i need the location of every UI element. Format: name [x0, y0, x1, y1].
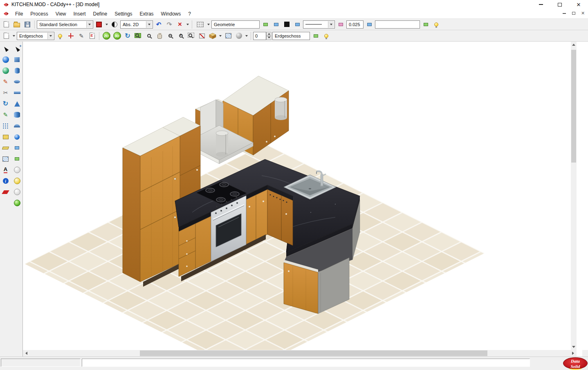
slab-primitive-tool[interactable] — [12, 87, 22, 98]
menu-windows[interactable]: Windows — [157, 9, 185, 18]
combo-arrow-icon[interactable] — [146, 21, 152, 28]
hatch-tool[interactable] — [0, 154, 11, 164]
delete-button[interactable]: ✕ — [175, 20, 185, 29]
horizontal-scrollbar[interactable] — [23, 350, 577, 357]
layer-combo[interactable]: Erdgeschos — [17, 32, 54, 40]
line-color-button[interactable] — [282, 20, 292, 29]
delete-dropdown[interactable] — [186, 20, 190, 29]
layer-edit-button[interactable] — [271, 20, 281, 29]
line-style-combo[interactable] — [303, 20, 335, 29]
point-grid-tool[interactable] — [0, 120, 11, 131]
annotate-tool[interactable] — [0, 132, 11, 142]
move-origin-button[interactable] — [66, 31, 76, 41]
mdi-close-button[interactable]: ✕ — [579, 10, 586, 16]
insert-part-dropdown[interactable] — [12, 31, 16, 40]
zoom-out-button[interactable] — [165, 31, 175, 41]
pen-color-dropdown[interactable] — [105, 20, 109, 29]
cut-tool[interactable]: ✂ — [0, 87, 11, 98]
rotate-view-button[interactable]: ↻ — [123, 31, 132, 41]
cone-primitive-tool[interactable] — [12, 98, 22, 109]
menu-file[interactable]: File — [11, 9, 27, 18]
disc-primitive-tool[interactable] — [12, 76, 22, 87]
scroll-up-button[interactable] — [571, 42, 577, 47]
shade-tool[interactable] — [0, 65, 11, 76]
select-add-tool[interactable]: + — [12, 43, 22, 54]
open-file-button[interactable] — [12, 20, 22, 29]
line-width-field[interactable]: 0.025 — [346, 20, 364, 29]
edit-tool[interactable]: ✎ — [0, 109, 11, 120]
edit-sheet-button[interactable]: E — [87, 31, 97, 41]
menu-settings[interactable]: Settings — [111, 9, 136, 18]
scroll-left-button[interactable] — [23, 350, 29, 357]
layers-tool[interactable] — [12, 143, 22, 153]
storey-lamp-button[interactable] — [321, 31, 331, 41]
status-command-field[interactable] — [82, 359, 530, 367]
sphere-primitive-tool[interactable] — [12, 132, 22, 142]
display-contrast-button[interactable] — [110, 20, 119, 29]
model-box-button[interactable] — [208, 31, 218, 41]
save-button[interactable] — [22, 20, 32, 29]
info-tool[interactable]: i — [0, 176, 11, 186]
layers-copy-tool[interactable] — [12, 154, 22, 164]
pen-color-button[interactable] — [94, 20, 104, 29]
text-tool[interactable]: A — [0, 165, 11, 175]
combo-arrow-icon[interactable] — [47, 33, 54, 39]
storey-field[interactable]: Erdgeschoss — [272, 32, 310, 40]
view-3d-button[interactable]: 3D — [112, 31, 122, 41]
dome-primitive-tool[interactable] — [12, 120, 22, 131]
geometry-field[interactable]: Geometrie — [211, 20, 260, 29]
storey-layers-button[interactable] — [311, 31, 321, 41]
menu-process[interactable]: Process — [27, 9, 52, 18]
menu-insert[interactable]: Insert — [70, 9, 90, 18]
menu-extras[interactable]: Extras — [136, 9, 157, 18]
zoom-in-button[interactable] — [176, 31, 186, 41]
maximize-button[interactable] — [550, 0, 569, 9]
erase-tool[interactable] — [0, 187, 11, 197]
material-light-tool[interactable] — [12, 187, 22, 197]
menu-view[interactable]: View — [52, 9, 70, 18]
box-primitive-tool[interactable] — [12, 54, 22, 65]
insert-part-button[interactable] — [1, 31, 11, 41]
aux-field[interactable] — [375, 20, 420, 29]
render-mode-dropdown[interactable] — [245, 31, 249, 40]
undo-button[interactable]: ↶ — [154, 20, 164, 29]
grid-snap-button[interactable] — [194, 20, 206, 29]
layer-select-button[interactable] — [292, 20, 302, 29]
spinner-down-button[interactable] — [266, 36, 272, 40]
drawing-canvas[interactable] — [23, 42, 577, 350]
menu-define[interactable]: Define — [90, 9, 111, 18]
grid-snap-dropdown[interactable] — [206, 20, 211, 29]
mdi-restore-button[interactable] — [570, 10, 577, 16]
rotate-tool[interactable]: ↻ — [0, 98, 11, 109]
solid-primitive-tool[interactable] — [12, 109, 22, 120]
vertical-scroll-thumb[interactable] — [571, 50, 576, 163]
layer-width-button[interactable] — [336, 20, 346, 29]
layer-apply-button[interactable] — [364, 20, 374, 29]
material-green-tool[interactable] — [12, 198, 22, 208]
new-file-button[interactable] — [1, 20, 11, 29]
render-mode-button[interactable] — [234, 31, 244, 41]
combo-arrow-icon[interactable] — [328, 21, 334, 28]
redo-button[interactable]: ↷ — [164, 20, 174, 29]
storey-spinner[interactable]: 0 — [253, 32, 272, 40]
hatch-display-button[interactable] — [223, 31, 233, 41]
horizontal-scroll-thumb[interactable] — [140, 350, 487, 356]
lamp-toggle-button[interactable] — [55, 31, 65, 41]
zoom-window-button[interactable] — [133, 31, 143, 41]
draw-tool[interactable]: ✎ — [0, 76, 11, 87]
material-yellow-tool[interactable] — [12, 176, 22, 186]
vertical-scrollbar[interactable] — [571, 42, 577, 350]
scroll-right-button[interactable] — [570, 350, 577, 357]
zoom-button[interactable] — [144, 31, 154, 41]
layer-visibility-button[interactable] — [431, 20, 441, 29]
layer-access-button[interactable] — [421, 20, 431, 29]
select-tool[interactable] — [0, 43, 11, 54]
view-2d-button[interactable]: 2D — [101, 31, 111, 41]
mdi-minimize-button[interactable] — [561, 10, 568, 16]
zoom-region-button[interactable] — [186, 31, 196, 41]
measure-tool[interactable] — [0, 143, 11, 153]
coordinate-mode-combo[interactable]: Abs. 2D — [120, 20, 153, 29]
cylinder-primitive-tool[interactable] — [12, 65, 22, 76]
section-clip-button[interactable] — [197, 31, 207, 41]
selection-mode-combo[interactable]: Standard Selection — [37, 20, 93, 29]
